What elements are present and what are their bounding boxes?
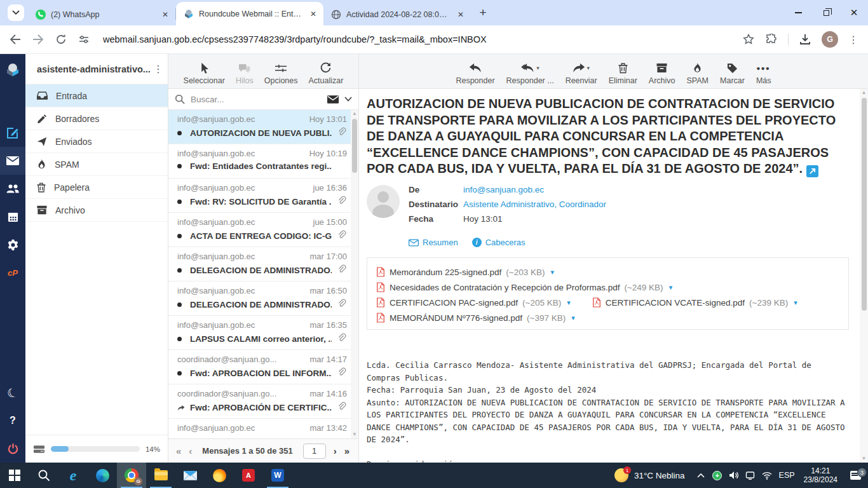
bookmark-star-icon[interactable]: [742, 33, 755, 46]
weather-widget[interactable]: 1 31°C Neblina: [607, 468, 693, 482]
browser-menu-icon[interactable]: ⋮: [848, 34, 859, 46]
extensions-icon[interactable]: [765, 33, 778, 46]
page-number-input[interactable]: 1: [303, 444, 326, 459]
scroll-down-icon[interactable]: ▼: [352, 431, 357, 438]
volume-tray-icon[interactable]: [726, 471, 742, 480]
prev-page-button[interactable]: ‹: [189, 445, 192, 456]
minimize-button[interactable]: [784, 0, 812, 25]
action-center-button[interactable]: 3: [843, 471, 868, 480]
folder-borradores[interactable]: Borradores: [25, 107, 168, 130]
tab-roundcube[interactable]: Roundcube Webmail :: Entrada ✕: [176, 2, 323, 25]
next-page-button[interactable]: ›: [334, 445, 337, 456]
file-explorer-button[interactable]: [146, 463, 175, 488]
more-button[interactable]: ••• Más: [756, 62, 771, 85]
list-item[interactable]: coordinador@sanjuan.go...mar 14:16 Fwd: …: [168, 384, 351, 419]
contacts-nav-button[interactable]: [0, 175, 25, 203]
attachment-item[interactable]: CERTIFICACION PAC-signed.pdf(~205 KB)▾: [376, 297, 571, 308]
close-icon[interactable]: ✕: [456, 10, 466, 20]
settings-nav-button[interactable]: [0, 231, 25, 259]
attachment-menu-icon[interactable]: ▾: [571, 314, 575, 322]
logout-button[interactable]: [0, 435, 25, 463]
list-item[interactable]: info@sanjuan.gob.ecmar 16:50 DELEGACION …: [168, 281, 351, 316]
attachment-menu-icon[interactable]: ▾: [669, 283, 673, 292]
scroll-up-icon[interactable]: ▲: [862, 89, 867, 97]
close-icon[interactable]: ✕: [160, 10, 170, 20]
scroll-down-icon[interactable]: ▼: [862, 455, 867, 463]
list-item[interactable]: info@sanjuan.gob.ecHoy 10:19 Fwd: Entida…: [168, 144, 351, 179]
summary-link[interactable]: Resumen: [409, 238, 458, 247]
delete-button[interactable]: Eliminar: [609, 62, 637, 85]
tray-expand-button[interactable]: [693, 473, 709, 478]
tab-actividad[interactable]: Actividad 2024-08-22 08:00:00 ✕: [323, 4, 471, 25]
clock[interactable]: 14:21 23/8/2024: [799, 466, 843, 484]
attachment-menu-icon[interactable]: ▾: [567, 299, 571, 307]
firefox-button[interactable]: [205, 463, 234, 488]
taskbar-search-button[interactable]: [29, 463, 58, 488]
download-icon[interactable]: [799, 33, 811, 46]
list-item[interactable]: info@sanjuan.gob.ecHoy 13:01 AUTORIZACIO…: [168, 110, 351, 144]
restore-button[interactable]: [812, 0, 840, 25]
calendar-nav-button[interactable]: [0, 203, 25, 231]
forward-button[interactable]: [32, 33, 44, 46]
archive-button[interactable]: Archivo: [649, 62, 675, 85]
mail-app-button[interactable]: [175, 463, 205, 488]
close-icon[interactable]: ✕: [308, 9, 318, 19]
list-item[interactable]: info@sanjuan.gob.ecmar 16:35 LAPSUS CALA…: [168, 316, 351, 350]
attachment-menu-icon[interactable]: ▾: [551, 268, 555, 276]
tab-whatsapp[interactable]: (2) WhatsApp ✕: [28, 4, 175, 25]
headers-link[interactable]: i Cabeceras: [472, 238, 526, 247]
external-link-icon[interactable]: [806, 165, 818, 177]
from-address[interactable]: info@sanjuan.gob.ec: [463, 185, 544, 194]
new-tab-button[interactable]: +: [475, 4, 491, 21]
attachment-menu-icon[interactable]: ▾: [794, 299, 797, 307]
chrome-button[interactable]: G: [117, 463, 146, 488]
acrobat-button[interactable]: A: [234, 463, 263, 488]
edge-button[interactable]: [88, 463, 117, 488]
list-item[interactable]: coordinador@sanjuan.go...mar 14:17 Fwd: …: [168, 350, 351, 384]
language-indicator[interactable]: ESP: [775, 471, 799, 480]
to-addresses[interactable]: Asistente Administrativo, Coordinador: [463, 200, 606, 209]
refresh-button[interactable]: Actualizar: [309, 62, 344, 85]
url-bar[interactable]: webmail.sanjuan.gob.ec/cpsess2397748239/…: [103, 34, 732, 44]
cast-tray-icon[interactable]: [742, 471, 759, 480]
close-window-button[interactable]: ✕: [840, 0, 868, 25]
folder-menu-icon[interactable]: ⋮: [153, 63, 164, 75]
folder-papelera[interactable]: Papelera: [25, 176, 168, 199]
scroll-up-icon[interactable]: ▲: [352, 110, 357, 118]
mail-nav-button[interactable]: [0, 147, 25, 175]
compose-button[interactable]: [0, 119, 25, 147]
reply-button[interactable]: Responder: [456, 62, 494, 85]
internet-explorer-button[interactable]: e: [58, 463, 88, 488]
start-button[interactable]: [0, 463, 29, 488]
first-page-button[interactable]: «: [176, 445, 181, 456]
search-scope-mail-icon[interactable]: [327, 95, 339, 104]
select-button[interactable]: Seleccionar: [184, 62, 225, 85]
cpanel-link[interactable]: cP: [0, 259, 25, 287]
search-options-chevron-icon[interactable]: [344, 97, 352, 102]
list-item[interactable]: info@sanjuan.gob.ecjue 15:00 ACTA DE ENT…: [168, 213, 351, 247]
profile-avatar[interactable]: G: [822, 31, 838, 48]
attachment-item[interactable]: Necesidades de Contratación y Recepción …: [376, 282, 672, 292]
last-page-button[interactable]: »: [344, 445, 349, 456]
folder-spam[interactable]: SPAM: [25, 153, 168, 176]
scrollbar-thumb[interactable]: [862, 98, 867, 311]
options-button[interactable]: Opciones: [264, 62, 298, 85]
message-list-scrollbar[interactable]: ▲▼: [351, 110, 358, 438]
dark-mode-button[interactable]: ☾: [0, 379, 25, 407]
forward-button[interactable]: ▾ Reenviar: [566, 62, 597, 85]
folder-entrada[interactable]: Entrada: [25, 85, 168, 107]
back-button[interactable]: [9, 33, 22, 46]
reply-all-button[interactable]: ▾ Responder ...: [506, 62, 554, 85]
mark-button[interactable]: Marcar: [720, 62, 745, 85]
list-item[interactable]: info@sanjuan.gob.ecjue 16:36 Fwd: RV: SO…: [168, 179, 351, 213]
site-info-icon[interactable]: [78, 33, 90, 46]
folder-archivo[interactable]: Archivo: [25, 199, 168, 222]
attachment-item[interactable]: MEMORÁNDUM Nº776-signed.pdf(~397 KB)▾: [376, 313, 575, 323]
word-button[interactable]: W: [263, 463, 292, 488]
antivirus-tray-icon[interactable]: +: [709, 471, 726, 480]
wifi-tray-icon[interactable]: [759, 471, 775, 480]
help-button[interactable]: ?: [0, 407, 25, 435]
reload-button[interactable]: [55, 33, 67, 46]
scrollbar-thumb[interactable]: [352, 119, 357, 173]
list-item[interactable]: info@sanjuan.gob.ecmar 17:00 DELEGACION …: [168, 247, 351, 281]
